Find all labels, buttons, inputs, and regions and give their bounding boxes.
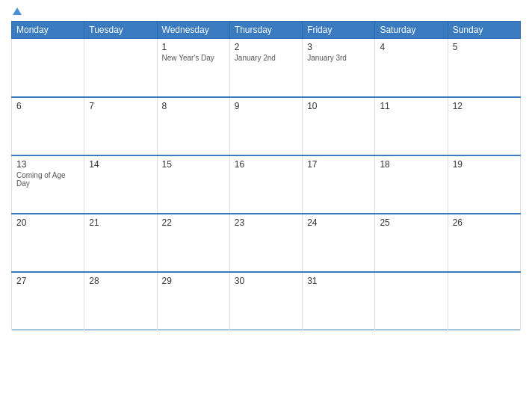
day-number: 30: [235, 276, 297, 286]
calendar-cell: 30: [229, 272, 302, 330]
day-number: 7: [89, 101, 152, 111]
calendar-header-row: MondayTuesdayWednesdayThursdayFridaySatu…: [12, 22, 521, 39]
col-header-tuesday: Tuesday: [84, 22, 157, 39]
calendar-cell: 29: [157, 272, 229, 330]
day-number: 27: [16, 276, 79, 286]
calendar-cell: 27: [12, 272, 84, 330]
calendar-cell: 14: [84, 155, 157, 214]
calendar-cell: 26: [448, 214, 520, 272]
logo-triangle-icon: [13, 7, 22, 15]
week-row-3: 13Coming of Age Day141516171819: [12, 155, 521, 214]
calendar-cell: 8: [157, 97, 229, 155]
calendar-cell: 10: [303, 97, 375, 155]
calendar-cell: 23: [229, 214, 302, 272]
week-row-1: 1New Year's Day2January 2nd3January 3rd4…: [12, 39, 521, 97]
day-number: 11: [380, 101, 442, 111]
holiday-name: New Year's Day: [162, 54, 225, 62]
calendar-cell: 2January 2nd: [229, 39, 302, 97]
day-number: 18: [380, 159, 442, 170]
calendar-cell: 21: [84, 214, 157, 272]
calendar-cell: 20: [12, 214, 84, 272]
calendar-cell: 9: [229, 97, 302, 155]
calendar-table: MondayTuesdayWednesdayThursdayFridaySatu…: [11, 21, 521, 330]
day-number: 28: [89, 276, 152, 286]
calendar-cell: 3January 3rd: [303, 39, 375, 97]
day-number: 1: [162, 42, 225, 52]
day-number: 2: [235, 42, 297, 52]
day-number: 24: [307, 217, 370, 228]
col-header-friday: Friday: [303, 22, 375, 39]
col-header-saturday: Saturday: [375, 22, 448, 39]
day-number: 14: [89, 159, 152, 170]
calendar-cell: [84, 39, 157, 97]
calendar-cell: 16: [229, 155, 302, 214]
calendar-cell: 1New Year's Day: [157, 39, 229, 97]
day-number: 12: [453, 101, 516, 111]
day-number: 16: [235, 159, 297, 170]
logo: [11, 7, 22, 15]
calendar-cell: 18: [375, 155, 448, 214]
day-number: 5: [453, 42, 516, 52]
day-number: 23: [235, 217, 297, 228]
calendar-cell: 13Coming of Age Day: [12, 155, 84, 214]
calendar-page: MondayTuesdayWednesdayThursdayFridaySatu…: [0, 0, 532, 411]
calendar-cell: 15: [157, 155, 229, 214]
calendar-body: 1New Year's Day2January 2nd3January 3rd4…: [12, 39, 521, 330]
week-row-5: 2728293031: [12, 272, 521, 330]
day-number: 19: [453, 159, 516, 170]
day-number: 20: [16, 217, 79, 228]
holiday-name: January 2nd: [235, 54, 297, 62]
calendar-cell: 28: [84, 272, 157, 330]
day-number: 21: [89, 217, 152, 228]
week-row-4: 20212223242526: [12, 214, 521, 272]
day-number: 26: [453, 217, 516, 228]
calendar-header: [11, 7, 521, 15]
holiday-name: Coming of Age Day: [16, 171, 79, 188]
calendar-cell: 31: [303, 272, 375, 330]
holiday-name: January 3rd: [307, 54, 370, 62]
col-header-monday: Monday: [12, 22, 84, 39]
day-number: 4: [380, 42, 442, 52]
day-number: 22: [162, 217, 225, 228]
day-number: 31: [307, 276, 370, 286]
calendar-cell: 22: [157, 214, 229, 272]
calendar-cell: 12: [448, 97, 520, 155]
calendar-cell: 6: [12, 97, 84, 155]
calendar-cell: [375, 272, 448, 330]
day-number: 9: [235, 101, 297, 111]
calendar-cell: 7: [84, 97, 157, 155]
col-header-sunday: Sunday: [448, 22, 520, 39]
col-header-thursday: Thursday: [229, 22, 302, 39]
col-header-wednesday: Wednesday: [157, 22, 229, 39]
day-number: 17: [307, 159, 370, 170]
calendar-cell: 4: [375, 39, 448, 97]
day-number: 6: [16, 101, 79, 111]
day-number: 25: [380, 217, 442, 228]
calendar-cell: 11: [375, 97, 448, 155]
calendar-cell: [448, 272, 520, 330]
day-number: 15: [162, 159, 225, 170]
day-number: 3: [307, 42, 370, 52]
day-number: 29: [162, 276, 225, 286]
calendar-cell: 19: [448, 155, 520, 214]
week-row-2: 6789101112: [12, 97, 521, 155]
calendar-cell: 5: [448, 39, 520, 97]
calendar-cell: 24: [303, 214, 375, 272]
calendar-cell: [12, 39, 84, 97]
day-number: 13: [16, 159, 79, 170]
day-number: 10: [307, 101, 370, 111]
calendar-cell: 25: [375, 214, 448, 272]
calendar-cell: 17: [303, 155, 375, 214]
day-number: 8: [162, 101, 225, 111]
